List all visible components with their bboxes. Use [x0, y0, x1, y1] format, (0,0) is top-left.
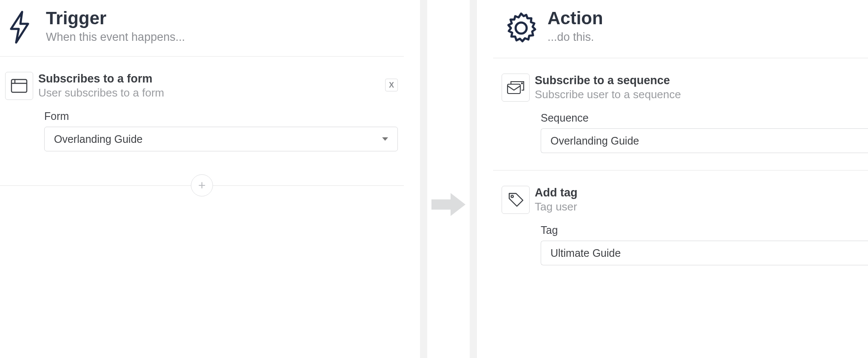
trigger-rule-subscribes-to-form: X Subscribes to a form User subscribes t…	[0, 57, 404, 168]
tag-select-value: Ultimate Guide	[550, 247, 621, 259]
form-select[interactable]: Overlanding Guide	[44, 127, 398, 151]
tag-field-label: Tag	[541, 224, 868, 236]
tag-field-block: Tag Ultimate Guide	[493, 214, 868, 265]
svg-rect-1	[11, 80, 27, 92]
close-icon: X	[389, 81, 394, 90]
flow-arrow-gutter	[404, 0, 493, 358]
trigger-rule-desc: User subscribes to a form	[38, 86, 164, 99]
action-rule-titles: Subscribe to a sequence Subscribe user t…	[535, 74, 681, 101]
form-field-block: Form Overlanding Guide	[0, 100, 404, 151]
svg-rect-5	[508, 84, 520, 94]
trigger-rule-head: Subscribes to a form User subscribes to …	[0, 57, 404, 100]
form-select-value: Overlanding Guide	[54, 133, 142, 145]
tag-select[interactable]: Ultimate Guide	[541, 241, 868, 265]
action-rule-titles: Add tag Tag user	[535, 186, 578, 213]
envelopes-icon	[502, 74, 530, 102]
browser-window-icon	[5, 72, 33, 100]
sequence-select[interactable]: Overlanding Guide	[541, 128, 868, 153]
svg-marker-0	[11, 12, 28, 43]
action-rule-desc: Subscribe user to a sequence	[535, 88, 681, 101]
trigger-header: Trigger When this event happens...	[0, 0, 404, 57]
action-rule-title: Add tag	[535, 186, 578, 199]
svg-point-6	[521, 82, 523, 84]
action-rule-title: Subscribe to a sequence	[535, 74, 681, 87]
sequence-field-block: Sequence Overlanding Guide	[493, 102, 868, 153]
action-header-text: Action ...do this.	[547, 9, 603, 44]
svg-point-4	[516, 23, 527, 34]
action-rule-subscribe-sequence: Subscribe to a sequence Subscribe user t…	[493, 58, 868, 170]
tag-icon	[502, 186, 530, 214]
divider-line	[213, 185, 404, 186]
chevron-down-icon	[382, 137, 388, 141]
lightning-icon	[8, 9, 46, 44]
sequence-select-value: Overlanding Guide	[550, 135, 639, 147]
divider-line	[0, 185, 191, 186]
action-rule-head: Add tag Tag user	[493, 170, 868, 214]
gear-icon	[501, 9, 547, 46]
add-trigger-button[interactable]: +	[191, 174, 213, 196]
svg-point-7	[511, 195, 513, 197]
trigger-header-text: Trigger When this event happens...	[46, 9, 185, 44]
trigger-subtitle: When this event happens...	[46, 31, 185, 44]
sequence-field-label: Sequence	[541, 112, 868, 124]
trigger-title: Trigger	[46, 9, 185, 28]
action-subtitle: ...do this.	[547, 31, 603, 44]
form-field-label: Form	[44, 110, 398, 122]
action-column: Action ...do this. Subscribe to a sequen…	[493, 0, 868, 358]
action-rule-desc: Tag user	[535, 200, 578, 213]
action-rule-head: Subscribe to a sequence Subscribe user t…	[493, 58, 868, 102]
add-trigger-divider: +	[0, 168, 404, 202]
plus-icon: +	[198, 178, 206, 193]
action-rule-add-tag: Add tag Tag user Tag Ultimate Guide	[493, 170, 868, 282]
arrow-right-icon	[429, 190, 468, 219]
trigger-column: Trigger When this event happens... X Sub…	[0, 0, 404, 358]
trigger-rule-title: Subscribes to a form	[38, 72, 164, 85]
action-title: Action	[547, 9, 603, 28]
remove-trigger-button[interactable]: X	[385, 79, 398, 91]
action-header: Action ...do this.	[493, 0, 868, 58]
trigger-rule-titles: Subscribes to a form User subscribes to …	[38, 72, 164, 99]
